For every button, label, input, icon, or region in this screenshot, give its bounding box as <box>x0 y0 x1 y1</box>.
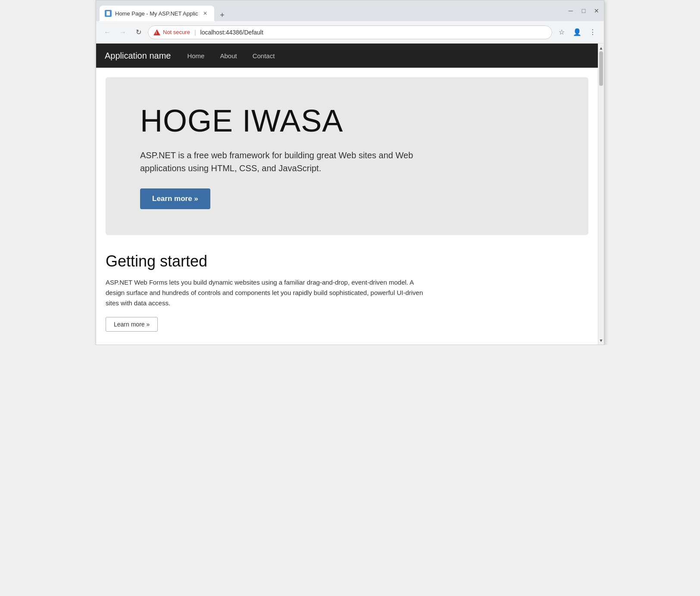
scrollbar[interactable]: ▲ ▼ <box>598 44 604 345</box>
url-separator: | <box>194 29 196 36</box>
title-bar: Home Page - My ASP.NET Applic ✕ + ─ □ ✕ <box>96 0 604 21</box>
profile-button[interactable]: 👤 <box>571 26 583 38</box>
nav-link-about[interactable]: About <box>216 52 240 60</box>
hero-learn-more-button[interactable]: Learn more » <box>140 188 210 209</box>
hero-section: HOGE IWASA ASP.NET is a free web framewo… <box>106 77 588 235</box>
bookmark-button[interactable]: ☆ <box>556 26 568 38</box>
security-warning: Not secure <box>153 29 190 35</box>
scroll-track[interactable] <box>598 51 604 337</box>
favicon-inner <box>106 11 110 16</box>
hero-description: ASP.NET is a free web framework for buil… <box>140 149 433 175</box>
tab-favicon <box>105 10 112 17</box>
maximize-button[interactable]: □ <box>580 7 588 15</box>
new-tab-button[interactable]: + <box>216 9 228 21</box>
address-right-controls: ☆ 👤 ⋮ <box>556 26 599 38</box>
getting-started-learn-more-button[interactable]: Learn more » <box>106 317 158 332</box>
tab-title: Home Page - My ASP.NET Applic <box>115 10 198 17</box>
active-tab[interactable]: Home Page - My ASP.NET Applic ✕ <box>100 6 214 21</box>
content-area: Application name Home About Contact HOGE… <box>96 44 604 345</box>
tab-strip: Home Page - My ASP.NET Applic ✕ + <box>100 0 567 21</box>
scroll-thumb[interactable] <box>599 51 603 86</box>
menu-button[interactable]: ⋮ <box>587 26 599 38</box>
url-text: localhost:44386/Default <box>200 29 263 36</box>
minimize-button[interactable]: ─ <box>567 7 575 15</box>
close-button[interactable]: ✕ <box>593 7 600 15</box>
warning-triangle-icon <box>153 29 160 35</box>
back-button[interactable]: ← <box>101 26 113 38</box>
site-navbar: Application name Home About Contact <box>96 44 598 68</box>
reload-button[interactable]: ↻ <box>132 26 144 38</box>
url-bar[interactable]: Not secure | localhost:44386/Default <box>148 25 552 39</box>
nav-link-home[interactable]: Home <box>184 52 208 60</box>
security-label: Not secure <box>163 29 190 35</box>
getting-started-description: ASP.NET Web Forms lets you build dynamic… <box>106 277 425 308</box>
forward-button[interactable]: → <box>117 26 129 38</box>
scroll-up-arrow[interactable]: ▲ <box>598 44 604 51</box>
scroll-down-arrow[interactable]: ▼ <box>598 337 604 344</box>
browser-window: Home Page - My ASP.NET Applic ✕ + ─ □ ✕ … <box>96 0 604 345</box>
getting-started-title: Getting started <box>106 252 588 270</box>
getting-started-section: Getting started ASP.NET Web Forms lets y… <box>96 235 598 345</box>
main-content: Application name Home About Contact HOGE… <box>96 44 598 345</box>
hero-title: HOGE IWASA <box>140 103 567 138</box>
address-bar: ← → ↻ Not secure | localhost:44386/Defau… <box>96 21 604 44</box>
window-controls: ─ □ ✕ <box>567 7 600 15</box>
tab-close-button[interactable]: ✕ <box>201 9 209 17</box>
site-brand[interactable]: Application name <box>105 51 171 61</box>
nav-link-contact[interactable]: Contact <box>249 52 278 60</box>
